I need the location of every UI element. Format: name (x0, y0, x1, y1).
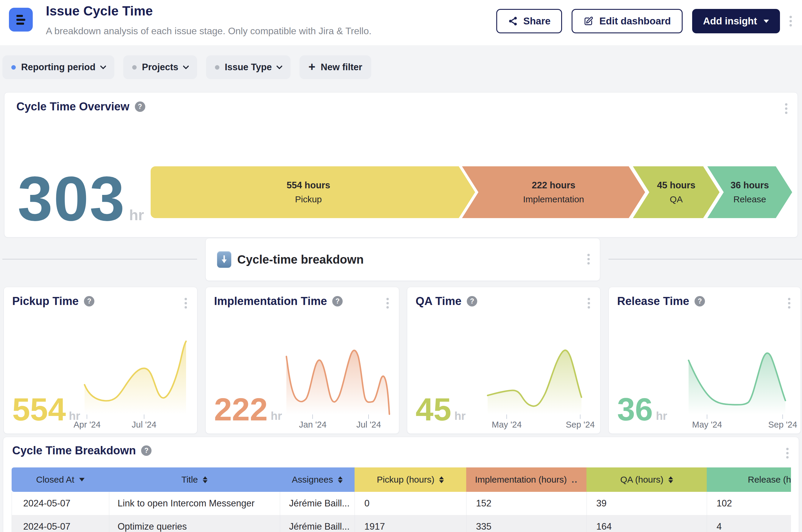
metric-more-options-icon[interactable] (587, 298, 590, 308)
edit-icon (583, 16, 594, 26)
page-subtitle: A breakdown analysis of each issue stage… (46, 25, 372, 37)
share-button[interactable]: Share (496, 9, 562, 33)
column-header-implementation-hours[interactable]: Implementation (hours) .. (466, 468, 586, 492)
overview-more-options-icon[interactable] (785, 103, 787, 114)
release-sparkline-chart (687, 340, 791, 415)
filter-bar: Reporting period Projects Issue Type + N… (2, 55, 371, 79)
filter-reporting-period[interactable]: Reporting period (2, 55, 114, 79)
metric-card-title: Release Time (617, 295, 689, 308)
cycle-funnel-chart: 554 hours Pickup 222 hours Implementatio… (4, 166, 798, 218)
cell-qa-hours: 39 (586, 492, 707, 515)
x-axis: May '24 Sep '24 (687, 415, 791, 429)
metric-value: 554 hr (12, 397, 80, 422)
table-header-row: Closed At Title Assignees Pickup (hours)… (12, 468, 791, 492)
qa-time-card: QA Time May '24 Sep '24 45 hr (407, 287, 600, 434)
chevron-down-icon (100, 63, 106, 69)
table-row[interactable]: 2024-05-07 Link to open Intercom Messeng… (12, 492, 791, 515)
table-row[interactable]: 2024-05-07 Optimize queries Jérémie Bail… (12, 515, 791, 532)
cell-pickup-hours: 0 (355, 492, 466, 515)
filter-dot (215, 65, 219, 70)
qa-sparkline-chart (487, 340, 591, 415)
cycle-time-breakdown-banner: Cycle-time breakdown (205, 238, 600, 281)
down-arrow-icon (217, 251, 231, 268)
help-icon[interactable] (694, 296, 705, 306)
metric-value: 45 hr (415, 397, 466, 422)
section-divider-left (2, 259, 197, 260)
filter-issue-type[interactable]: Issue Type (206, 55, 291, 79)
sort-icon-clipped: .. (572, 475, 578, 485)
pickup-sparkline-chart (84, 340, 188, 415)
chevron-down-icon (764, 20, 769, 23)
sort-desc-icon (79, 478, 85, 481)
metric-more-options-icon[interactable] (185, 298, 187, 308)
axis-tick-label: Jul '24 (132, 420, 156, 430)
cell-implementation-hours: 335 (466, 515, 586, 532)
funnel-stage-qa[interactable]: 45 hours QA (633, 166, 720, 218)
cell-release-hours: 4 (707, 515, 791, 532)
column-header-title[interactable]: Title (109, 468, 280, 492)
axis-tick-label: Jan '24 (299, 420, 327, 430)
banner-title: Cycle-time breakdown (237, 253, 364, 266)
share-icon (508, 16, 518, 26)
funnel-stage-implementation[interactable]: 222 hours Implementation (462, 166, 645, 218)
implementation-time-card: Implementation Time Jan '24 Jul '24 222 … (205, 287, 399, 434)
axis-tick-label: May '24 (692, 420, 722, 430)
page-title: Issue Cycle Time (46, 4, 153, 18)
add-insight-button[interactable]: Add insight (692, 9, 780, 33)
metric-more-options-icon[interactable] (387, 298, 389, 308)
help-icon[interactable] (135, 101, 145, 112)
edit-dashboard-button[interactable]: Edit dashboard (572, 9, 682, 33)
axis-tick-label: Sep '24 (768, 420, 797, 430)
cell-release-hours: 102 (707, 492, 791, 515)
cell-title: Optimize queries (109, 515, 280, 532)
metric-card-title: QA Time (415, 295, 462, 308)
section-divider-right (609, 259, 802, 260)
cycle-time-breakdown-table-card: Cycle Time Breakdown Closed At Title Ass… (3, 437, 799, 532)
help-icon[interactable] (467, 296, 477, 306)
column-header-qa-hours[interactable]: QA (hours) (586, 468, 707, 492)
sort-icon (439, 476, 444, 483)
filter-dot (11, 65, 16, 70)
column-header-assignees[interactable]: Assignees (280, 468, 355, 492)
sort-icon (668, 476, 673, 483)
release-time-card: Release Time May '24 Sep '24 36 hr (609, 287, 801, 434)
cell-title: Link to open Intercom Messenger (109, 492, 280, 515)
cell-pickup-hours: 1917 (355, 515, 466, 532)
cell-closed-at: 2024-05-07 (12, 515, 109, 532)
cell-closed-at: 2024-05-07 (12, 492, 109, 515)
column-header-pickup-hours[interactable]: Pickup (hours) (355, 468, 466, 492)
table-title: Cycle Time Breakdown (12, 444, 136, 457)
overview-card-title: Cycle Time Overview (16, 100, 130, 113)
plus-icon: + (309, 61, 315, 73)
filter-projects[interactable]: Projects (123, 55, 197, 79)
cell-assignees: Jérémie Baill... (280, 515, 355, 532)
funnel-stage-release[interactable]: 36 hours Release (707, 166, 792, 218)
banner-more-options-icon[interactable] (587, 254, 590, 265)
x-axis: Jan '24 Jul '24 (286, 415, 389, 429)
header-actions: Share Edit dashboard Add insight (496, 9, 792, 33)
help-icon[interactable] (84, 296, 94, 306)
implementation-sparkline-chart (286, 340, 389, 415)
help-icon[interactable] (332, 296, 343, 306)
funnel-stage-pickup[interactable]: 554 hours Pickup (151, 166, 475, 218)
axis-tick-label: Jul '24 (356, 420, 381, 430)
chevron-down-icon (183, 63, 189, 69)
axis-tick-label: Sep '24 (566, 420, 595, 430)
metric-card-title: Pickup Time (12, 295, 79, 308)
menu-icon[interactable] (9, 8, 33, 32)
pickup-time-card: Pickup Time Apr '24 Jul '24 554 hr (4, 287, 198, 434)
chevron-down-icon (276, 63, 282, 69)
help-icon[interactable] (141, 445, 151, 456)
metric-more-options-icon[interactable] (788, 298, 790, 308)
column-header-release-hours[interactable]: Release (hours) (707, 468, 791, 492)
page-more-options-icon[interactable] (789, 16, 792, 26)
new-filter-button[interactable]: + New filter (299, 55, 371, 79)
metric-value: 36 hr (617, 397, 667, 422)
top-bar: Issue Cycle Time A breakdown analysis of… (0, 0, 802, 45)
table-more-options-icon[interactable] (786, 448, 789, 458)
column-header-closed-at[interactable]: Closed At (12, 468, 109, 492)
metric-card-title: Implementation Time (214, 295, 327, 308)
metric-value: 222 hr (214, 397, 282, 422)
sort-icon (338, 476, 343, 483)
x-axis: May '24 Sep '24 (487, 415, 591, 429)
